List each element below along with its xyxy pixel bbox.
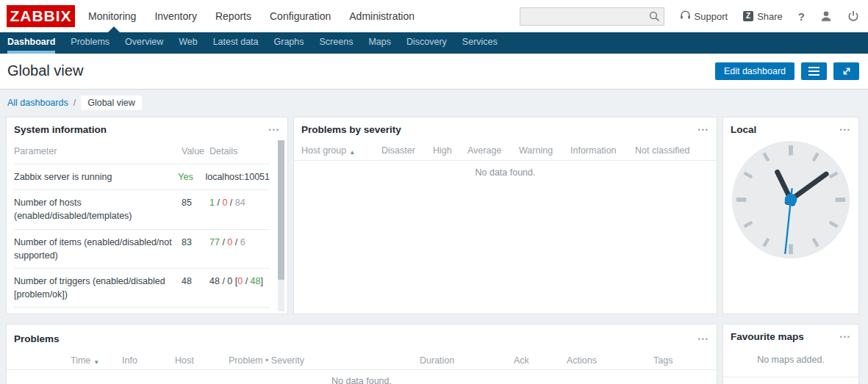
details-segment: 1 [209, 198, 215, 208]
active-menu-caret [108, 26, 120, 32]
clock-tick [789, 145, 793, 156]
subnav-item-web[interactable]: Web [179, 32, 197, 54]
column-header-high[interactable]: High [433, 145, 452, 156]
value-cell: 48 [182, 275, 209, 301]
edit-dashboard-button[interactable]: Edit dashboard [715, 62, 795, 80]
support-link[interactable]: Support [680, 10, 728, 23]
subnav-item-maps[interactable]: Maps [368, 32, 391, 54]
widget-favourite-maps: Favourite maps ••• No maps added. [722, 324, 859, 384]
value-cell: 83 [182, 236, 209, 262]
scrollbar-thumb[interactable] [278, 140, 284, 280]
table-row: Number of hosts (enabled/disabled/templa… [14, 190, 270, 229]
search-input[interactable] [520, 7, 664, 26]
widget-menu-icon[interactable]: ••• [840, 331, 851, 341]
table-row: Number of items (enabled/disabled/not su… [14, 230, 270, 269]
menu-item-inventory[interactable]: Inventory [154, 10, 197, 22]
menu-item-monitoring[interactable]: Monitoring [88, 10, 136, 22]
search-icon[interactable] [649, 11, 660, 25]
column-header-disaster[interactable]: Disaster [381, 145, 415, 156]
widget-menu-icon[interactable]: ••• [840, 124, 851, 134]
widget-title: Local [731, 124, 756, 135]
page-header: Global view Edit dashboard [0, 54, 868, 90]
column-header-details[interactable]: Details [209, 145, 270, 158]
menu-item-administration[interactable]: Administration [349, 10, 415, 22]
sort-desc-icon: ▼ [93, 359, 99, 366]
zabbix-logo[interactable]: ZABBIX [7, 5, 75, 27]
details-segment: / [227, 198, 234, 208]
menu-item-configuration[interactable]: Configuration [270, 10, 331, 22]
logout-button[interactable] [847, 10, 859, 22]
no-maps-text: No maps added. [723, 355, 858, 365]
fullscreen-button[interactable] [833, 62, 859, 80]
support-label: Support [695, 11, 728, 22]
column-header-warning[interactable]: Warning [519, 145, 553, 156]
parameter-cell: Number of users (online) [14, 314, 182, 314]
column-header-ack[interactable]: Ack [514, 355, 529, 366]
details-cell: 77 / 0 / 6 [209, 236, 270, 262]
column-header-not-classified[interactable]: Not classified [635, 145, 689, 156]
user-profile-button[interactable] [820, 10, 832, 22]
hamburger-icon [808, 67, 819, 76]
dashboard-content: All dashboards / Global view System info… [0, 90, 868, 384]
share-label: Share [757, 11, 783, 22]
subnav-item-screens[interactable]: Screens [320, 32, 354, 54]
breadcrumb-current[interactable]: Global view [81, 95, 142, 110]
column-header-host-group[interactable]: Host group▲ [301, 145, 346, 156]
subnav-list: DashboardProblemsOverviewWebLatest dataG… [0, 32, 868, 54]
details-segment: localhost:10051 [205, 172, 270, 182]
table-row: Number of triggers (enabled/disabled [pr… [14, 269, 270, 308]
zabbix-share-icon: Z [743, 11, 753, 21]
clock-face-icon [730, 139, 852, 261]
widget-menu-icon[interactable]: ••• [698, 333, 709, 343]
column-header-average[interactable]: Average [467, 145, 501, 156]
main-menu: MonitoringInventoryReportsConfigurationA… [88, 0, 415, 32]
share-link[interactable]: Z Share [743, 11, 783, 22]
breadcrumb-all-dashboards[interactable]: All dashboards [7, 98, 68, 108]
column-header-problem-severity[interactable]: Problem • Severity [229, 355, 304, 366]
widget-menu-icon[interactable]: ••• [269, 124, 280, 134]
clock-tick [736, 198, 747, 202]
menu-item-reports[interactable]: Reports [215, 10, 251, 22]
column-header-parameter[interactable]: Parameter [14, 145, 182, 158]
widget-menu-icon[interactable]: ••• [698, 124, 709, 134]
details-segment: / [232, 237, 240, 247]
value-cell: 2 [182, 314, 209, 314]
help-button[interactable]: ? [798, 10, 805, 23]
table-row: Number of users (online)22 [14, 308, 270, 314]
details-segment: 48 / 0 [ [209, 276, 237, 286]
widget-scrollbar[interactable] [278, 140, 284, 311]
column-header-information[interactable]: Information [570, 145, 617, 156]
column-header-value[interactable]: Value [182, 145, 209, 158]
severity-column-headers: Host group▲DisasterHighAverageWarningInf… [294, 142, 717, 161]
subnav-item-discovery[interactable]: Discovery [406, 32, 447, 54]
dashboard-menu-button[interactable] [801, 62, 827, 80]
column-header-host[interactable]: Host [175, 355, 194, 366]
subnav-item-problems[interactable]: Problems [71, 32, 110, 54]
column-header-info[interactable]: Info [122, 355, 137, 366]
column-header-tags[interactable]: Tags [653, 355, 672, 366]
topbar-right-cluster: Support Z Share ? [520, 0, 859, 32]
details-cell: localhost:10051 [205, 170, 270, 184]
subnav-item-overview[interactable]: Overview [125, 32, 163, 54]
column-header-actions[interactable]: Actions [567, 355, 597, 366]
subnav-item-graphs[interactable]: Graphs [274, 32, 304, 54]
subnav-item-services[interactable]: Services [462, 32, 498, 54]
details-segment: 48 [251, 276, 261, 286]
parameter-cell: Number of triggers (enabled/disabled [pr… [14, 275, 182, 301]
subnav-item-dashboard[interactable]: Dashboard [7, 32, 55, 54]
widget-title: Problems by severity [301, 124, 401, 135]
monitoring-subnav: DashboardProblemsOverviewWebLatest dataG… [0, 32, 868, 54]
search-box [520, 7, 664, 26]
subnav-item-latest-data[interactable]: Latest data [213, 32, 259, 54]
value-cell: Yes [178, 170, 205, 184]
widget-title: Problems [14, 333, 60, 344]
analog-clock [723, 139, 858, 261]
value-cell: 85 [182, 196, 209, 222]
table-row: Zabbix server is runningYeslocalhost:100… [14, 164, 270, 190]
column-header-duration[interactable]: Duration [420, 355, 454, 366]
sort-asc-icon: ▲ [349, 149, 355, 156]
column-header-time[interactable]: Time▼ [71, 355, 90, 366]
details-cell: 1 / 0 / 84 [209, 196, 270, 222]
divider [723, 377, 858, 377]
parameter-cell: Zabbix server is running [14, 170, 178, 184]
